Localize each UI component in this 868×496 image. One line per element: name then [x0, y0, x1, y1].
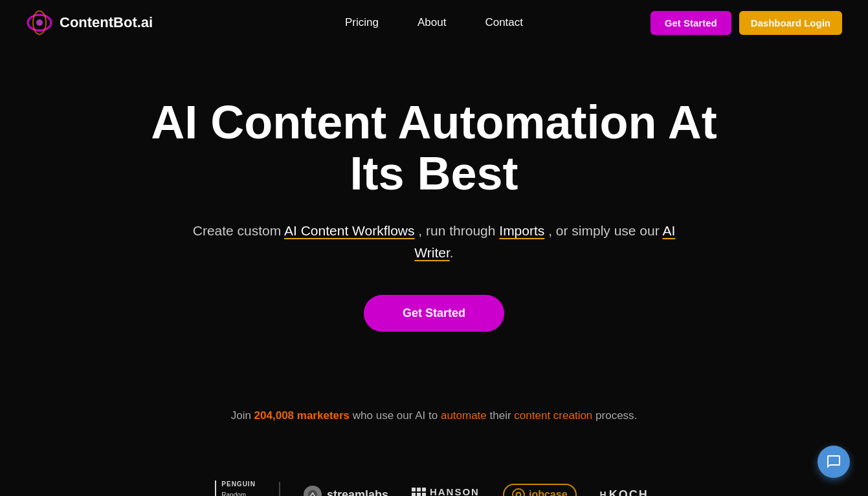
content-creation-text: content creation	[514, 409, 592, 422]
logo-area: ContentBot.ai	[26, 9, 153, 36]
subtitle-end: .	[450, 245, 454, 260]
streamlabs-icon	[304, 486, 322, 496]
logo-penguin-random-house: PENGUIN Random HOUSE	[215, 480, 256, 496]
hanson-grid-icon	[412, 488, 426, 496]
jobcase-text: jobcase	[529, 489, 568, 496]
marketers-count: 204,008 marketers	[254, 409, 350, 422]
process-text: process.	[595, 409, 637, 422]
navbar-actions: Get Started Dashboard Login	[651, 11, 842, 35]
subtitle-mid1: , run through	[418, 223, 495, 238]
koch-text: KOCH.	[609, 488, 653, 496]
svg-point-2	[36, 19, 43, 26]
link-workflows[interactable]: AI Content Workflows	[284, 223, 415, 238]
chat-icon	[826, 454, 841, 469]
automate-text: automate	[441, 409, 487, 422]
hero-subtitle: Create custom AI Content Workflows , run…	[182, 220, 687, 263]
their-text: their	[490, 409, 511, 422]
logo-hanson-robotics: HANSON ROBOTICS	[412, 486, 480, 496]
join-text: Join	[231, 409, 251, 422]
logo-text: ContentBot.ai	[60, 14, 153, 31]
logos-row: PENGUIN Random HOUSE streamlabs HANSON R…	[0, 480, 868, 496]
nav-contact[interactable]: Contact	[485, 16, 523, 29]
hero-section: AI Content Automation At Its Best Create…	[0, 45, 868, 396]
nav-pricing[interactable]: Pricing	[345, 16, 379, 29]
jobcase-icon	[512, 488, 525, 496]
chat-widget[interactable]	[818, 446, 850, 478]
social-proof-text: Join 204,008 marketers who use our AI to…	[13, 409, 855, 422]
nav-links: Pricing About Contact	[345, 16, 523, 29]
streamlabs-text: streamlabs	[327, 488, 388, 496]
subtitle-mid2: , or simply use our	[548, 223, 660, 238]
subtitle-before: Create custom	[193, 223, 282, 238]
get-started-nav-button[interactable]: Get Started	[651, 11, 731, 35]
logo-jobcase: jobcase	[503, 484, 577, 496]
hero-title: AI Content Automation At Its Best	[143, 97, 726, 199]
dashboard-login-button[interactable]: Dashboard Login	[739, 11, 842, 35]
logo-divider	[279, 482, 280, 496]
koch-h-icon: H	[600, 490, 608, 496]
social-proof-section: Join 204,008 marketers who use our AI to…	[0, 396, 868, 480]
logo-streamlabs: streamlabs	[304, 486, 388, 496]
nav-about[interactable]: About	[417, 16, 446, 29]
navbar: ContentBot.ai Pricing About Contact Get …	[0, 0, 868, 45]
link-imports[interactable]: Imports	[499, 223, 544, 238]
mid-text: who use our AI to	[353, 409, 438, 422]
hanson-name: HANSON	[430, 486, 480, 496]
get-started-hero-button[interactable]: Get Started	[364, 295, 504, 332]
logo-koch: H KOCH.	[600, 488, 653, 496]
logo-icon	[26, 9, 53, 36]
